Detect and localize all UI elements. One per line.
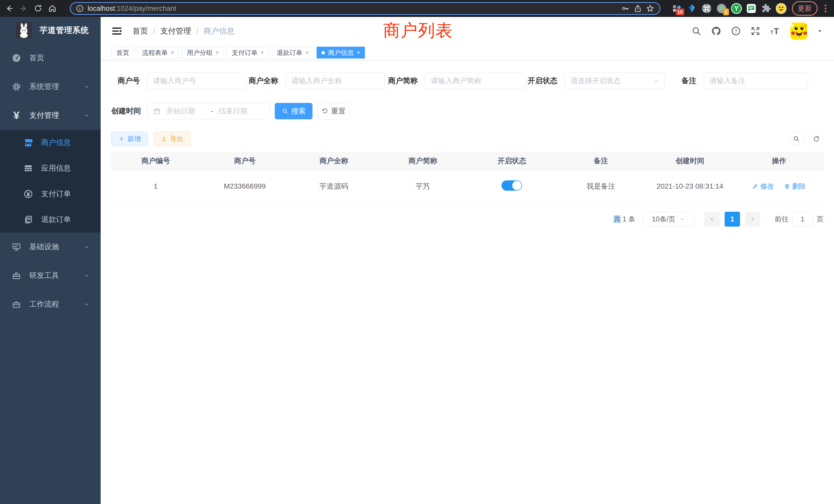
add-button[interactable]: 新增 <box>111 132 148 146</box>
blocks-extension-icon[interactable]: 10 <box>671 2 683 15</box>
tab-pay-order[interactable]: 支付订单× <box>227 47 269 59</box>
user-avatar[interactable] <box>790 23 807 40</box>
extensions-puzzle-icon[interactable] <box>760 2 772 15</box>
search-icon[interactable] <box>691 26 702 36</box>
briefcase-icon <box>11 299 22 309</box>
tab-process-form[interactable]: 流程表单× <box>137 47 179 59</box>
sidebar-item-workflow[interactable]: 工作流程 <box>0 290 101 319</box>
command-extension-icon[interactable] <box>701 2 713 15</box>
browser-reload-button[interactable] <box>32 2 44 15</box>
app-title: 芋道管理系统 <box>40 25 89 36</box>
tab-user-group[interactable]: 用户分组× <box>182 47 224 59</box>
remark-input[interactable] <box>704 73 808 89</box>
app-logo[interactable]: 芋道管理系统 <box>0 17 101 44</box>
kite-extension-icon[interactable] <box>686 2 698 15</box>
breadcrumb-home[interactable]: 首页 <box>132 26 148 37</box>
refresh-button[interactable] <box>809 132 824 146</box>
share-icon[interactable] <box>634 4 642 13</box>
chat-extension-icon[interactable] <box>745 2 758 15</box>
gear-icon <box>11 82 22 92</box>
breadcrumb-separator: / <box>196 27 198 36</box>
reset-button[interactable]: 重置 <box>317 103 349 119</box>
bookmark-star-icon[interactable] <box>646 4 655 13</box>
chevron-down-icon <box>83 244 90 250</box>
sidebar-item-label: 首页 <box>29 53 44 63</box>
sidebar-item-merchant-info[interactable]: 商户信息 <box>0 130 101 156</box>
target-extension-icon[interactable]: 1 <box>716 2 728 15</box>
y-extension-icon[interactable]: Y <box>730 2 743 15</box>
delete-link[interactable]: 删除 <box>784 182 806 191</box>
filter-row-1: 商户号 商户全称 商户简称 开启状态 请选择开启状态 备注 <box>111 73 824 89</box>
yen-circle-icon <box>23 189 34 199</box>
sidebar-item-app-info[interactable]: 应用信息 <box>0 156 101 181</box>
cell-create-time: 2021-10-23 08:31:14 <box>645 170 734 203</box>
merchant-name-input[interactable] <box>286 73 385 89</box>
url-bar[interactable]: localhost:1024/pay/merchant <box>70 2 660 15</box>
prev-page-button[interactable] <box>704 212 720 227</box>
tab-merchant-info[interactable]: 商户信息× <box>316 47 365 59</box>
chevron-down-icon <box>654 78 660 84</box>
page-size-select[interactable]: 10条/页 <box>643 212 694 227</box>
close-icon[interactable]: × <box>216 50 219 55</box>
sidebar-collapse-icon[interactable] <box>111 26 122 37</box>
show-search-toggle-button[interactable] <box>789 132 804 146</box>
sidebar-item-pay-order[interactable]: 支付订单 <box>0 181 101 207</box>
calendar-icon <box>153 107 161 115</box>
page-1-button[interactable]: 1 <box>725 212 740 227</box>
chrome-menu-icon[interactable] <box>822 5 829 12</box>
sidebar-item-refund-order[interactable]: 退款订单 <box>0 207 101 232</box>
export-button[interactable]: 导出 <box>154 132 191 146</box>
sidebar-item-label: 研发工具 <box>29 271 59 281</box>
col-merchant-no: 商户号 <box>200 152 289 170</box>
goto-page-input[interactable] <box>792 212 813 227</box>
merchant-short-name-label: 商户简称 <box>385 76 425 86</box>
chrome-update-button[interactable]: 更新 <box>792 1 817 16</box>
close-icon[interactable]: × <box>357 50 360 55</box>
site-info-icon[interactable] <box>76 4 84 13</box>
search-button[interactable]: 搜索 <box>275 103 312 119</box>
cell-merchant-name: 芋道源码 <box>289 170 378 203</box>
shop-icon <box>23 138 34 147</box>
table-tools <box>789 132 824 146</box>
browser-home-button[interactable] <box>46 2 59 15</box>
github-icon[interactable] <box>711 26 722 37</box>
main-panel: 商户列表 首页 / 支付管理 / 商户信息 ? <box>101 17 834 504</box>
close-icon[interactable]: × <box>306 50 309 55</box>
merchant-short-name-input[interactable] <box>425 73 526 89</box>
filter-row-2: 创建时间 开始日期 - 结束日期 搜索 重置 <box>111 103 824 119</box>
sidebar-item-system[interactable]: 系统管理 <box>0 72 101 101</box>
tab-home[interactable]: 首页 <box>111 47 134 59</box>
browser-forward-button[interactable] <box>18 2 30 15</box>
create-time-range-picker[interactable]: 开始日期 - 结束日期 <box>147 103 270 119</box>
col-remark: 备注 <box>556 152 645 170</box>
close-icon[interactable]: × <box>171 50 174 55</box>
status-toggle[interactable] <box>502 180 522 191</box>
sidebar-item-infrastructure[interactable]: 基础设施 <box>0 232 101 261</box>
status-select[interactable]: 请选择开启状态 <box>565 73 664 89</box>
sidebar-item-home[interactable]: 首页 <box>0 44 101 72</box>
close-icon[interactable]: × <box>261 50 264 55</box>
merchant-table: 商户编号 商户号 商户全称 商户简称 开启状态 备注 创建时间 操作 1 M23… <box>111 152 824 203</box>
toolbox-icon <box>11 271 22 280</box>
browser-back-button[interactable] <box>3 2 16 15</box>
breadcrumb-current: 商户信息 <box>204 26 235 37</box>
sidebar-item-payment[interactable]: ¥ 支付管理 <box>0 101 101 130</box>
breadcrumb-payment[interactable]: 支付管理 <box>160 26 191 37</box>
date-separator: - <box>211 107 213 115</box>
font-size-icon[interactable]: TT <box>770 26 781 36</box>
next-page-button[interactable] <box>745 212 760 227</box>
fullscreen-icon[interactable] <box>750 26 761 36</box>
merchant-name-label: 商户全称 <box>246 76 286 86</box>
sidebar-item-label: 支付订单 <box>41 189 71 199</box>
help-icon[interactable]: ? <box>731 26 741 36</box>
edit-link[interactable]: 修改 <box>752 182 774 191</box>
tab-refund-order[interactable]: 退款订单× <box>272 47 314 59</box>
merchant-no-input[interactable] <box>147 73 246 89</box>
caret-down-icon[interactable] <box>816 28 823 35</box>
profile-emoji-avatar[interactable] <box>775 2 787 15</box>
password-key-icon[interactable] <box>621 4 630 13</box>
sidebar-item-dev-tools[interactable]: 研发工具 <box>0 261 101 290</box>
payment-submenu: 商户信息 应用信息 支付订单 退款订单 <box>0 130 101 232</box>
svg-text:T: T <box>774 26 779 36</box>
merchant-no-label: 商户号 <box>111 76 147 86</box>
